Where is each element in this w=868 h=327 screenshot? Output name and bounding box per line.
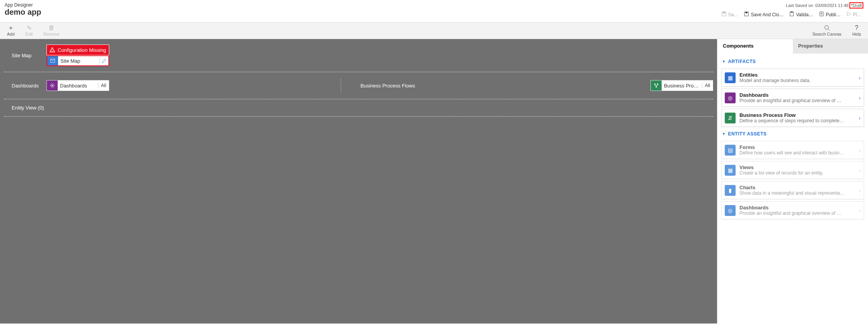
play-icon <box>846 11 851 18</box>
edit-label: Edit <box>26 32 33 36</box>
comp-desc: Model and manage business data. <box>739 78 855 83</box>
sitemap-icon <box>47 56 58 65</box>
play-label: Pl… <box>853 12 862 17</box>
header-left: App Designer demo app <box>5 2 41 17</box>
entities-icon: ▦ <box>725 72 736 83</box>
dashboard-icon: ◎ <box>725 205 736 216</box>
group-entity-assets[interactable]: ENTITY ASSETS <box>721 129 864 139</box>
svg-point-13 <box>654 84 656 85</box>
svg-line-8 <box>828 29 830 31</box>
side-panel: Components Properties ARTIFACTS ▦ Entiti… <box>717 39 868 324</box>
comp-desc: Define a sequence of steps required to c… <box>739 118 855 123</box>
entity-view-label: Entity View (0) <box>4 105 44 111</box>
chevron-right-icon: › <box>859 147 861 153</box>
publish-button[interactable]: Publi… <box>817 10 842 19</box>
entity-view-section: Entity View (0) <box>4 99 713 117</box>
add-label: Add <box>7 32 15 36</box>
app-name: demo app <box>5 8 41 17</box>
component-bpf[interactable]: ⇵ Business Process Flow Define a sequenc… <box>721 109 864 127</box>
component-views[interactable]: ▦ Views Create a list view of records fo… <box>721 161 864 179</box>
save-close-label: Save And Clo… <box>751 12 784 17</box>
last-saved-value: 03/09/2021 11:48 <box>815 3 849 8</box>
tab-components[interactable]: Components <box>717 39 793 53</box>
comp-title: Dashboards <box>739 205 855 211</box>
comp-title: Charts <box>739 185 855 190</box>
component-dashboards-asset[interactable]: ◎ Dashboards Provide an insightful and g… <box>721 201 864 219</box>
side-body: ARTIFACTS ▦ Entities Model and manage bu… <box>717 53 868 224</box>
comp-title: Forms <box>739 144 855 150</box>
comp-title: Entities <box>739 72 855 78</box>
comp-title: Business Process Flow <box>739 112 855 118</box>
toolbar: ＋ Add ✎ Edit 🗑 Remove Search Canvas ? He… <box>0 22 868 39</box>
chevron-right-icon: › <box>859 207 861 214</box>
group-artifacts[interactable]: ARTIFACTS <box>721 56 864 67</box>
bpf-tile[interactable]: Business Proces… All <box>650 80 713 91</box>
validate-button[interactable]: Valida… <box>787 10 815 19</box>
bpf-badge[interactable]: All <box>702 83 713 88</box>
validate-label: Valida… <box>796 12 813 17</box>
play-button: Pl… <box>844 10 863 19</box>
component-entities[interactable]: ▦ Entities Model and manage business dat… <box>721 68 864 87</box>
search-canvas-button[interactable]: Search Canvas <box>812 25 841 36</box>
warning-icon <box>47 47 58 53</box>
save-and-close-button[interactable]: Save And Clo… <box>742 10 785 19</box>
comp-title: Views <box>739 164 855 170</box>
publish-label: Publi… <box>826 12 841 17</box>
toolbar-left: ＋ Add ✎ Edit 🗑 Remove <box>7 25 60 36</box>
save-button: Sa… <box>720 10 740 19</box>
section-divider <box>341 78 341 93</box>
validate-icon <box>789 11 794 18</box>
tab-properties[interactable]: Properties <box>793 39 868 53</box>
sitemap-tile[interactable]: Site Map <box>46 55 109 66</box>
dashboards-icon: ◎ <box>725 92 736 103</box>
config-missing-banner: Configuration Missing <box>46 45 109 55</box>
form-icon: ▤ <box>725 145 736 156</box>
save-label: Sa… <box>728 12 739 17</box>
svg-rect-1 <box>723 12 725 14</box>
remove-button: 🗑 Remove <box>44 25 60 36</box>
dashboards-tile[interactable]: Dashboards All <box>46 80 109 91</box>
comp-desc: Provide an insightful and graphical over… <box>739 98 855 103</box>
last-saved: Last Saved on : 03/09/2021 11:48 *Draft <box>786 2 863 9</box>
toolbar-right: Search Canvas ? Help <box>812 25 861 36</box>
canvas: Site Map Configuration Missing Site Map <box>0 39 717 324</box>
svg-point-15 <box>655 86 657 88</box>
side-tabs: Components Properties <box>717 39 868 53</box>
app-header: App Designer demo app Last Saved on : 03… <box>0 0 868 22</box>
app-designer-label: App Designer <box>5 2 41 8</box>
main: Site Map Configuration Missing Site Map <box>0 39 868 324</box>
trash-icon: 🗑 <box>48 25 55 31</box>
remove-label: Remove <box>44 32 60 36</box>
last-saved-prefix: Last Saved on : <box>786 3 815 8</box>
header-actions: Sa… Save And Clo… Valida… Publi… <box>720 10 863 19</box>
sitemap-tile-text: Site Map <box>58 58 99 64</box>
pencil-icon: ✎ <box>26 25 32 31</box>
publish-icon <box>819 11 824 18</box>
dashboards-badge[interactable]: All <box>98 83 109 88</box>
help-button[interactable]: ? Help <box>852 25 861 36</box>
component-forms[interactable]: ▤ Forms Define how users will see and in… <box>721 141 864 159</box>
component-charts[interactable]: ▮ Charts Show data in a meaningful and v… <box>721 181 864 199</box>
sitemap-label: Site Map <box>4 53 46 58</box>
svg-point-14 <box>657 84 659 85</box>
help-label: Help <box>852 32 861 36</box>
chart-icon: ▮ <box>725 185 736 196</box>
component-dashboards[interactable]: ◎ Dashboards Provide an insightful and g… <box>721 89 864 107</box>
search-label: Search Canvas <box>812 32 841 36</box>
dashboards-bpf-section: Dashboards Dashboards All Business Proce… <box>4 72 713 99</box>
svg-rect-3 <box>746 12 748 14</box>
config-missing-text: Configuration Missing <box>58 47 106 53</box>
table-icon: ▦ <box>725 165 736 176</box>
chevron-right-icon: › <box>859 75 861 81</box>
edit-button: ✎ Edit <box>26 25 33 36</box>
add-button[interactable]: ＋ Add <box>7 25 15 36</box>
bpf-icon <box>651 80 662 91</box>
sitemap-edit-button[interactable] <box>99 58 108 63</box>
draft-badge: *Draft <box>849 2 863 9</box>
dashboards-tile-text: Dashboards <box>58 83 98 89</box>
comp-desc: Create a list view of records for an ent… <box>739 170 855 176</box>
search-icon <box>824 25 830 31</box>
sitemap-section: Site Map Configuration Missing Site Map <box>4 39 713 72</box>
svg-point-12 <box>51 85 53 86</box>
comp-title: Dashboards <box>739 92 855 98</box>
